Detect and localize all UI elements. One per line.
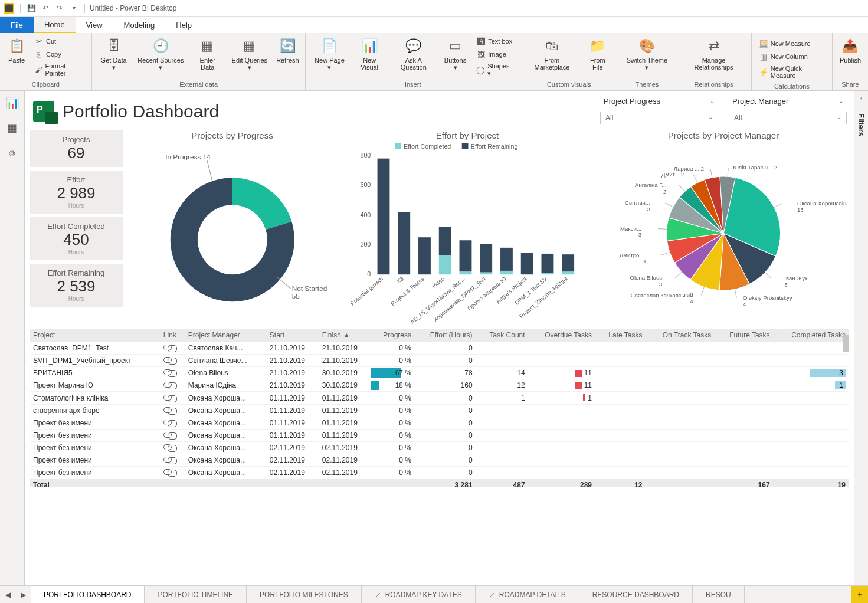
table-row[interactable]: створення арх бюроОксана Хороша...01.11.… [30, 405, 849, 417]
col-header[interactable]: On Track Tasks [646, 329, 715, 342]
redo-icon[interactable]: ↷ [55, 4, 64, 13]
col-header[interactable]: Future Tasks [715, 329, 773, 342]
publish-button[interactable]: 📤Publish [836, 34, 864, 78]
chart-projects-by-manager[interactable]: Projects by Project Manager Оксана Хорош… [598, 130, 849, 325]
file-menu[interactable]: File [0, 17, 34, 33]
help-tab[interactable]: Help [165, 17, 202, 33]
marketplace-button[interactable]: 🛍From Marketplace [524, 34, 580, 78]
modeling-tab[interactable]: Modeling [113, 17, 166, 33]
enter-data-button[interactable]: ▦Enter Data [189, 34, 225, 78]
edit-queries-button[interactable]: ▦Edit Queries ▾ [227, 34, 272, 78]
col-header[interactable]: Late Tasks [595, 329, 646, 342]
add-page-button[interactable]: ＋ [851, 586, 868, 603]
view-tab[interactable]: View [76, 17, 113, 33]
undo-icon[interactable]: ↶ [41, 4, 50, 13]
refresh-button[interactable]: 🔄Refresh [273, 34, 302, 78]
image-button[interactable]: 🖼Image [474, 48, 515, 60]
buttons-button[interactable]: ▭Buttons ▾ [439, 34, 471, 78]
link-icon[interactable] [163, 357, 172, 363]
page-tab[interactable]: PORTFOLIO TIMELINE [145, 586, 247, 603]
table-row[interactable]: Святослав_DPM1_TestСвятослав Кач...21.10… [30, 342, 849, 355]
table-row[interactable]: БРИТАНІЯ5Olena Bilous21.10.201930.10.201… [30, 367, 849, 379]
kpi-effort-remaining[interactable]: Effort Remaining2 539Hours [30, 264, 123, 307]
save-icon[interactable]: 💾 [27, 4, 36, 13]
page-tab[interactable]: ⟋ROADMAP KEY DATES [362, 586, 476, 603]
kpi-projects[interactable]: Projects69 [30, 130, 123, 167]
ask-question-button[interactable]: 💬Ask A Question [389, 34, 438, 78]
table-row[interactable]: SVIT_DPM1_Учебный_проектСвітлана Шевче..… [30, 355, 849, 367]
col-header[interactable]: Link [160, 329, 185, 342]
tab-nav-left[interactable]: ◀ [0, 586, 15, 603]
cut-button[interactable]: ✂Cut [32, 35, 87, 47]
table-row[interactable]: Стоматологічна клінікаОксана Хороша...01… [30, 392, 849, 405]
col-header[interactable]: Overdue Tasks [529, 329, 595, 342]
copy-button[interactable]: ⎘Copy [32, 48, 87, 60]
col-header[interactable]: Project Manager [185, 329, 266, 342]
new-column-button[interactable]: ▥New Column [756, 51, 827, 63]
table-row[interactable]: Проект без имениОксана Хороша...02.11.20… [30, 454, 849, 467]
qat-dropdown-icon[interactable]: ▾ [69, 4, 78, 13]
link-icon[interactable] [163, 432, 172, 438]
model-view-icon[interactable]: ⌾ [5, 145, 20, 160]
table-row[interactable]: Проект без имениОксана Хороша...01.11.20… [30, 430, 849, 442]
paste-button[interactable]: 📋Paste [4, 34, 30, 78]
kpi-effort-completed[interactable]: Effort Completed450Hours [30, 217, 123, 260]
col-header[interactable]: Project [30, 329, 160, 342]
col-header[interactable]: Start [266, 329, 319, 342]
chart-projects-by-progress[interactable]: Projects by Progress In Progress 14Not S… [127, 130, 337, 325]
page-tab[interactable]: PORTFOLIO MILESTONES [247, 586, 362, 603]
link-icon[interactable] [163, 407, 172, 413]
new-measure-button[interactable]: 🧮New Measure [756, 38, 827, 50]
text-box-button[interactable]: 🅰Text box [474, 35, 515, 47]
link-icon[interactable] [163, 369, 172, 375]
page-tab[interactable]: RESOURCE DASHBOARD [579, 586, 693, 603]
link-icon[interactable] [163, 345, 172, 350]
page-tab[interactable]: RESOU [693, 586, 745, 603]
report-canvas[interactable]: Portfolio Dashboard Project Progress⌄ Al… [25, 91, 854, 585]
new-page-button[interactable]: 📄New Page ▾ [309, 34, 349, 78]
link-icon[interactable] [163, 420, 172, 425]
kpi-effort[interactable]: Effort2 989Hours [30, 171, 123, 214]
manage-relationships-button[interactable]: ⇄Manage Relationships [680, 34, 747, 78]
tab-nav-right[interactable]: ▶ [15, 586, 31, 603]
shapes-button[interactable]: ◯Shapes ▾ [474, 61, 515, 78]
get-data-button[interactable]: 🗄Get Data ▾ [96, 34, 132, 78]
link-icon[interactable] [163, 469, 172, 475]
recent-sources-button[interactable]: 🕘Recent Sources ▾ [133, 34, 188, 78]
table-row[interactable]: Проект Марина ЮМарина Юдіна21.10.201930.… [30, 379, 849, 392]
table-row[interactable]: Проект без имениОксана Хороша...02.11.20… [30, 442, 849, 454]
svg-text:Effort Remaining: Effort Remaining [470, 143, 517, 150]
slicer-progress[interactable]: Project Progress⌄ All⌄ [600, 94, 718, 124]
filters-panel-label[interactable]: Filters [857, 113, 866, 136]
page-tab[interactable]: PORTFOLIO DASHBOARD [31, 586, 145, 603]
group-label-relationships: Relationships [680, 80, 747, 89]
table-scrollbar[interactable] [843, 335, 849, 352]
col-header[interactable]: Finish ▲ [319, 329, 371, 342]
format-painter-button[interactable]: 🖌Format Painter [32, 61, 87, 78]
new-visual-button[interactable]: 📊New Visual [351, 34, 388, 78]
projects-table[interactable]: ProjectLinkProject ManagerStartFinish ▲P… [30, 329, 849, 487]
svg-line-61 [679, 185, 684, 192]
col-header[interactable]: Progress [371, 329, 415, 342]
expand-panel-icon[interactable]: ‹ [860, 94, 863, 101]
link-icon[interactable] [163, 382, 172, 388]
data-view-icon[interactable]: ▦ [5, 120, 20, 136]
page-tab[interactable]: ⟋ROADMAP DETAILS [476, 586, 579, 603]
home-tab[interactable]: Home [34, 17, 76, 33]
slicer-manager[interactable]: Project Manager⌄ All⌄ [729, 94, 847, 124]
table-row[interactable]: Проект без имениОксана Хороша...01.11.20… [30, 417, 849, 430]
report-view-icon[interactable]: 📊 [5, 96, 20, 111]
col-header[interactable]: Effort (Hours) [415, 329, 476, 342]
table-row[interactable]: Проект без имениОксана Хороша...02.11.20… [30, 467, 849, 479]
link-icon[interactable] [163, 457, 172, 463]
link-icon[interactable] [163, 444, 172, 450]
switch-theme-button[interactable]: 🎨Switch Theme ▾ [622, 34, 673, 78]
col-header[interactable]: Task Count [476, 329, 529, 342]
new-quick-measure-button[interactable]: ⚡New Quick Measure [756, 64, 827, 80]
col-header[interactable]: Completed Tasks [774, 329, 849, 342]
link-icon[interactable] [163, 395, 172, 401]
from-file-button[interactable]: 📁From File [581, 34, 614, 78]
refresh-icon: 🔄 [278, 37, 297, 55]
chevron-down-icon: ⌄ [838, 98, 843, 104]
chart-effort-by-project[interactable]: Effort by Project Effort CompletedEffort… [342, 130, 593, 325]
